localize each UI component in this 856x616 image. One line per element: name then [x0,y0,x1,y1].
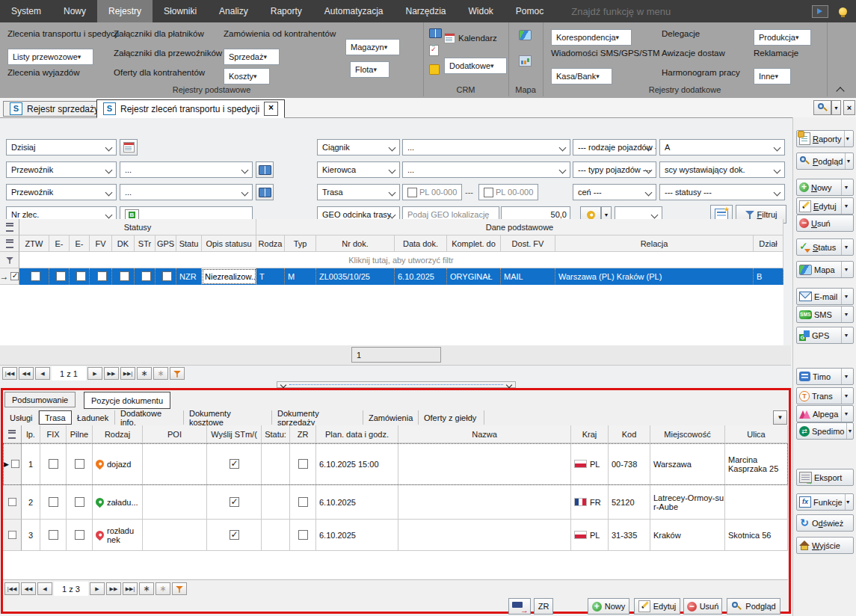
dropdown-icon[interactable]: ▼ [845,153,851,169]
gps-button[interactable]: GPS▼ [796,327,854,344]
tab-rejestr-zlecen[interactable]: S Rejestr zleceń transportu i spedycji × [96,99,285,118]
row-filter-icon[interactable] [6,256,13,264]
subtab-trasa[interactable]: Trasa [39,410,72,425]
ribbon-collapse-icon[interactable] [836,87,844,95]
menu-system[interactable]: System [0,0,52,22]
filter-field-przewoznik-1[interactable]: Przewoźnik [6,161,117,178]
route-row-1[interactable]: ▶ 1 dojazd 6.10.2025 15:00 PL 00-738 War… [3,443,788,485]
gps-checkbox[interactable] [162,271,172,281]
create-filter-row[interactable]: Kliknij tutaj, aby utworzyć filtr [19,252,783,268]
pager-prev-icon[interactable]: ◀ [35,367,50,380]
filter-field-przewoznik-2[interactable]: Przewoźnik [6,184,117,200]
fix-checkbox[interactable] [49,459,58,469]
ribbon-kalendarz[interactable]: Kalendarz [444,33,497,43]
trasa-to-input[interactable]: PL 00-000 [478,184,538,200]
video-tutorials-icon[interactable] [812,5,828,18]
dcol-pilne[interactable]: Pilne [67,425,93,443]
order-row-selected[interactable]: → NZR Niezrealizow... T M ZL0035/10/25 6… [0,268,783,285]
route-row-3[interactable]: 3 rozładunek 6.10.2025 PL 31-335 Kraków … [3,520,788,551]
filter-statusy[interactable]: --- statusy --- [659,184,785,200]
cell-opis-statusu-focused[interactable]: Niezrealizow... [202,268,256,285]
ribbon-inne[interactable]: Inne [754,68,791,84]
dropdown-icon[interactable]: ▼ [841,369,851,384]
col-data-dok[interactable]: Data dok. [395,235,447,252]
close-view-button[interactable]: × [843,100,855,115]
alpega-button[interactable]: Alpega▼ [796,405,854,422]
trasa-to-checkbox[interactable] [484,188,493,197]
col-nr-dok[interactable]: Nr dok. [316,235,395,252]
tips-lightbulb-icon[interactable] [839,7,847,16]
dropdown-icon[interactable]: ▼ [841,307,851,322]
dropdown-icon[interactable]: ▼ [841,239,851,255]
ribbon-harmonogram[interactable]: Harmonogram pracy [662,68,740,77]
dropdown-icon[interactable]: ▼ [841,327,851,343]
pager-prev-page-icon[interactable]: ◀◀ [21,582,36,595]
wyslij-stm-checkbox[interactable] [230,497,239,507]
detail-usun-button[interactable]: Usuń [683,598,722,615]
e2-checkbox[interactable] [76,271,86,281]
dropdown-icon[interactable]: ▼ [841,179,851,195]
pager-last-icon[interactable]: ▶▶| [120,367,135,380]
ribbon-zalaczniki-przewoznikow[interactable]: Załączniki dla przewoźników [114,49,222,58]
dropdown-icon[interactable]: ▼ [844,131,851,147]
ribbon-delegacje[interactable]: Delegacje [662,29,700,38]
ribbon-reklamacje[interactable]: Reklamacje [754,49,798,58]
col-dzial[interactable]: Dział [754,235,783,252]
dropdown-icon[interactable]: ▼ [841,198,851,214]
detail-nowy-button[interactable]: Nowy [588,598,629,615]
pager-next-icon[interactable]: ▶ [90,582,105,595]
col-relacja[interactable]: Relacja [555,235,754,252]
zr-checkbox[interactable] [298,530,308,540]
col-komplet-do[interactable]: Komplet. do [447,235,501,252]
wyslij-stm-checkbox[interactable] [230,459,239,469]
dcol-status[interactable]: Statu: [262,425,290,443]
wyjscie-button[interactable]: Wyjście [796,537,854,554]
subtab-uslugi[interactable]: Usługi [4,410,39,425]
menu-slowniki[interactable]: Słowniki [153,0,208,22]
menu-automatyzacja[interactable]: Automatyzacja [313,0,395,22]
dropdown-icon[interactable]: ▼ [841,262,851,277]
dk-checkbox[interactable] [120,271,129,281]
ribbon-zlecenia-transportu[interactable]: Zlecenia transportu i spedycji [7,29,119,38]
dropdown-icon[interactable]: ▼ [841,406,851,422]
trasa-from-checkbox[interactable] [407,188,417,197]
tasks-clipboard-icon[interactable] [429,45,439,58]
grid-menu-icon[interactable] [6,223,13,232]
filter-value-ciagnik[interactable]: ... [402,139,570,155]
dcol-kod[interactable]: Kod [609,425,650,443]
filter-field-trasa[interactable]: Trasa [317,184,400,200]
wyslij-stm-checkbox[interactable] [230,530,239,540]
dropdown-icon[interactable]: ▼ [845,494,851,510]
col-opis-statusu[interactable]: Opis statusu [202,235,256,252]
menu-widok[interactable]: Widok [458,0,505,22]
pager-next-page-icon[interactable]: ▶▶ [104,367,119,380]
menu-pomoc[interactable]: Pomoc [505,0,555,22]
pilne-checkbox[interactable] [75,497,84,507]
dcol-miejscowosc[interactable]: Miejscowość [650,425,725,443]
pager-last-icon[interactable]: ▶▶| [123,582,138,595]
zr-checkbox[interactable] [298,459,308,469]
filter-field-kierowca[interactable]: Kierowca [317,161,400,178]
str-checkbox[interactable] [141,271,151,281]
sms-button[interactable]: SMS▼ [796,306,854,323]
ribbon-flota[interactable]: Flota [350,61,389,78]
row-select-checkbox[interactable] [7,531,16,539]
row-select-checkbox[interactable] [7,498,16,506]
subtabs-overflow-icon[interactable]: ▼ [773,410,787,425]
pager-new-row-alt-icon[interactable]: ∗ [156,582,170,595]
address-book-icon[interactable] [429,28,442,40]
spedimo-button[interactable]: Spedimo▼ [796,422,854,440]
route-row-2[interactable]: 2 załadu... 6.10.2025 FR 52120 Latrecey-… [3,485,788,520]
col-typ[interactable]: Typ [285,235,316,252]
pilne-checkbox[interactable] [75,459,84,469]
ribbon-zamowienia-kontrahentow[interactable]: Zamówienia od kontrahentów [224,29,336,38]
filter-value-przewoznik-2[interactable]: ... [120,184,253,200]
nowy-button[interactable]: Nowy▼ [796,179,854,196]
odswiez-button[interactable]: Odśwież [796,514,854,532]
menu-analizy[interactable]: Analizy [208,0,259,22]
map-globe-icon[interactable] [519,30,532,42]
email-button[interactable]: E-mail▼ [796,288,854,305]
ribbon-koszty[interactable]: Koszty [224,68,270,84]
pager-prev-icon[interactable]: ◀ [37,582,52,595]
quick-search-button[interactable] [813,100,831,115]
